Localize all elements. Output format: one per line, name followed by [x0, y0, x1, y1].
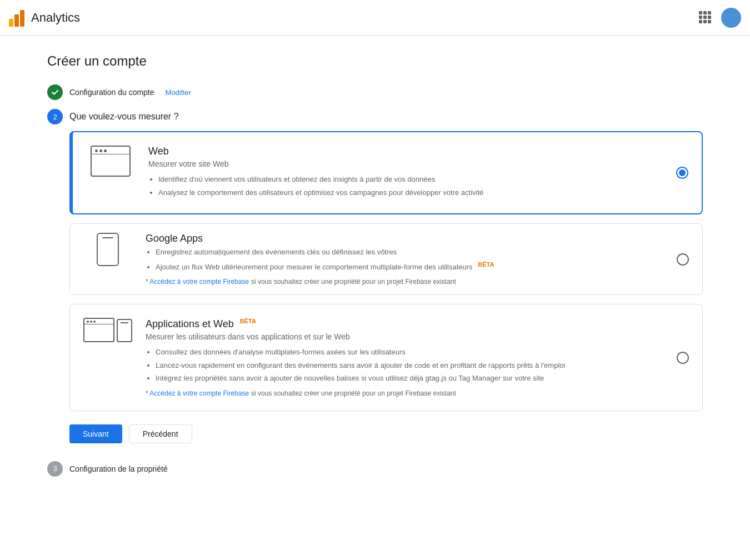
- appweb-dot-1: [87, 321, 89, 323]
- apps-web-beta: BÊTA: [240, 318, 256, 324]
- google-apps-icon: [86, 233, 130, 266]
- apps-web-firebase-link[interactable]: Accédez à votre compte Firebase: [149, 389, 249, 397]
- appweb-mobile-bar: [121, 322, 128, 323]
- browser-dots: [92, 147, 129, 154]
- mobile-icon: [97, 233, 119, 266]
- apps-web-bullets: Consultez des données d'analyse multipla…: [146, 347, 687, 384]
- bottom-buttons: Suivant Précédent: [69, 424, 703, 443]
- header: Analytics: [0, 0, 750, 36]
- header-left: Analytics: [9, 9, 80, 27]
- web-bullet-2: Analysez le comportement des utilisateur…: [158, 187, 686, 198]
- apps-web-firebase-text: si vous souhaitez créer une propriété po…: [251, 389, 456, 397]
- browser-dot-1: [95, 149, 98, 152]
- header-title: Analytics: [31, 11, 80, 25]
- apps-bullets: Enregistrez automatiquement des événemen…: [146, 247, 687, 272]
- previous-button[interactable]: Précédent: [129, 424, 192, 443]
- web-card-content: Web Mesurer votre site Web Identifiez d'…: [148, 146, 686, 200]
- appweb-mobile-icon: [117, 319, 132, 342]
- analytics-logo: [9, 9, 24, 27]
- apps-web-bullet-2: Lancez-vous rapidement en configurant de…: [156, 360, 687, 371]
- appweb-browser-dots: [84, 319, 113, 324]
- appweb-browser-icon: [83, 318, 114, 342]
- logo-bar-2: [14, 14, 19, 27]
- option-card-web[interactable]: Web Mesurer votre site Web Identifiez d'…: [69, 131, 703, 214]
- step-3-label: Configuration de la propriété: [69, 464, 168, 473]
- apps-radio[interactable]: [677, 253, 689, 266]
- browser-dot-3: [104, 149, 107, 152]
- google-apps-title: Google Apps: [146, 233, 687, 244]
- web-card-icon: [88, 146, 133, 177]
- apps-web-title: Applications et Web BÊTA: [146, 318, 687, 330]
- option-cards: Web Mesurer votre site Web Identifiez d'…: [69, 131, 703, 411]
- step-2-item: 2 Que voulez-vous mesurer ?: [47, 109, 703, 124]
- google-apps-content: Google Apps Enregistrez automatiquement …: [146, 233, 687, 286]
- apps-web-subtitle: Mesurer les utilisateurs dans vos applic…: [146, 332, 687, 341]
- apps-beta-badge: BÊTA: [478, 261, 494, 268]
- step-1-modifier[interactable]: Modifier: [166, 88, 191, 97]
- next-button[interactable]: Suivant: [69, 424, 122, 443]
- user-avatar[interactable]: [721, 8, 741, 28]
- web-radio-btn[interactable]: [676, 167, 688, 179]
- appweb-dot-3: [93, 321, 96, 323]
- apps-web-radio[interactable]: [677, 352, 689, 364]
- logo-bar-3: [20, 10, 24, 27]
- step-3-circle: 3: [47, 461, 63, 477]
- apps-radio-btn[interactable]: [677, 253, 689, 266]
- main-content: Créer un compte Configuration du compte …: [25, 36, 725, 499]
- web-radio[interactable]: [676, 167, 688, 179]
- appweb-combined-icon: [83, 318, 132, 342]
- apps-web-firebase-row: * Accédez à votre compte Firebase si vou…: [146, 388, 687, 397]
- step-3-item: 3 Configuration de la propriété: [47, 461, 703, 477]
- apps-firebase-row: * Accédez à votre compte Firebase si vou…: [146, 277, 687, 286]
- mobile-bar: [102, 237, 113, 238]
- web-card-subtitle: Mesurer votre site Web: [148, 159, 686, 168]
- step-2-circle: 2: [47, 109, 63, 124]
- step-1-label: Configuration du compte: [69, 88, 154, 97]
- step-1-circle: [47, 84, 63, 100]
- step-2-label: Que voulez-vous mesurer ?: [69, 112, 179, 122]
- apps-grid-icon[interactable]: [699, 11, 712, 24]
- browser-icon: [91, 146, 131, 177]
- appweb-dot-2: [90, 321, 92, 323]
- header-right: [699, 8, 741, 28]
- option-card-google-apps[interactable]: Google Apps Enregistrez automatiquement …: [69, 223, 703, 295]
- apps-bullet-2: Ajoutez un flux Web ultérieurement pour …: [156, 260, 687, 273]
- apps-bullet-1: Enregistrez automatiquement des événemen…: [156, 247, 687, 258]
- web-bullet-1: Identifiez d'où viennent vos utilisateur…: [158, 174, 686, 185]
- browser-dot-2: [99, 149, 102, 152]
- web-card-title: Web: [148, 146, 686, 157]
- apps-firebase-link[interactable]: Accédez à votre compte Firebase: [149, 278, 249, 286]
- logo-bar-1: [9, 19, 13, 27]
- page-title: Créer un compte: [47, 53, 703, 69]
- apps-web-icon: [86, 318, 130, 342]
- apps-web-content: Applications et Web BÊTA Mesurer les uti…: [146, 318, 687, 397]
- step-1-item: Configuration du compte Modifier: [47, 84, 703, 100]
- apps-firebase-text: si vous souhaitez créer une propriété po…: [251, 278, 456, 286]
- apps-web-bullet-3: Intégrez les propriétés sans avoir à ajo…: [156, 373, 687, 384]
- web-card-bullets: Identifiez d'où viennent vos utilisateur…: [148, 174, 686, 198]
- apps-web-bullet-1: Consultez des données d'analyse multipla…: [156, 347, 687, 358]
- option-card-apps-web[interactable]: Applications et Web BÊTA Mesurer les uti…: [69, 304, 703, 411]
- apps-web-radio-btn[interactable]: [677, 352, 689, 364]
